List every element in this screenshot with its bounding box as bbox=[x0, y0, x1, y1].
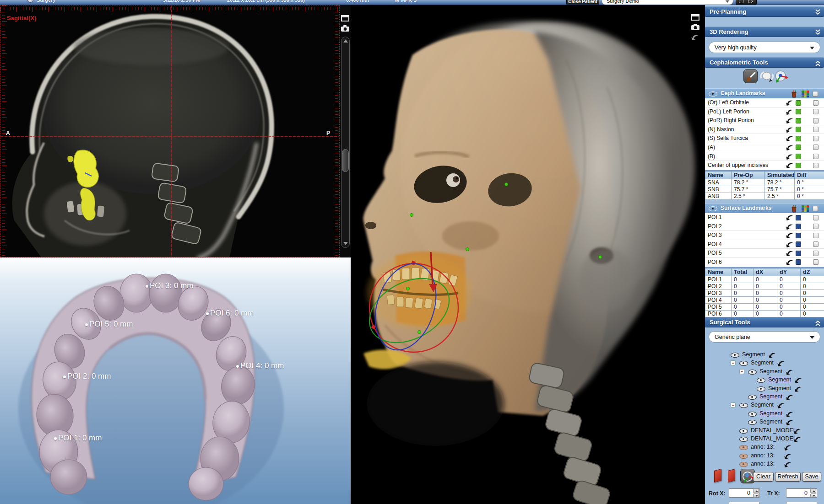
goto-landmark-icon[interactable] bbox=[795, 386, 802, 392]
save-button[interactable]: Save bbox=[802, 472, 821, 482]
landmark-row[interactable]: (PoR) Right Porion bbox=[705, 116, 824, 125]
landmark-row[interactable]: POI 6 bbox=[705, 258, 824, 267]
chevron-double-down-icon[interactable] bbox=[815, 9, 820, 15]
chevron-double-down-icon[interactable] bbox=[815, 29, 820, 35]
visibility-eye-icon[interactable] bbox=[748, 412, 757, 417]
landmark-color-swatch[interactable] bbox=[796, 145, 801, 150]
goto-landmark-icon[interactable] bbox=[769, 353, 776, 358]
tree-item-segment[interactable]: DENTAL_MODEL bbox=[705, 427, 824, 435]
close-patient-button[interactable]: Close Patient bbox=[566, 0, 599, 5]
section-pre-planning[interactable]: Pre-Planning bbox=[705, 6, 824, 17]
trash-icon[interactable] bbox=[790, 90, 798, 98]
landmark-row[interactable]: (S) Sella Turcica bbox=[705, 134, 824, 143]
goto-landmark-icon[interactable] bbox=[786, 118, 793, 123]
landmark-color-swatch[interactable] bbox=[796, 233, 801, 238]
ceph-landmarks-header[interactable]: Ceph Landmarks bbox=[705, 88, 824, 98]
goto-landmark-icon[interactable] bbox=[794, 429, 801, 434]
visibility-eye-icon[interactable] bbox=[739, 403, 748, 408]
landmark-checkbox[interactable] bbox=[813, 109, 819, 114]
move-axis-tool-icon[interactable] bbox=[775, 70, 788, 83]
goto-landmark-icon[interactable] bbox=[786, 395, 793, 400]
tree-item-segment[interactable]: DENTAL_MODEL bbox=[705, 435, 824, 443]
surface-landmarks-header[interactable]: Surface Landmarks bbox=[705, 203, 824, 213]
select-all-checkbox[interactable] bbox=[813, 91, 818, 97]
landmark-row[interactable]: POI 5 bbox=[705, 249, 824, 258]
visibility-eye-icon[interactable] bbox=[739, 462, 748, 467]
landmark-row[interactable]: Center of upper incisives bbox=[705, 161, 824, 170]
poi-annotation[interactable]: POI 2: 0 mm bbox=[63, 372, 111, 381]
tree-item-segment[interactable]: Segment bbox=[705, 368, 824, 376]
goto-landmark-icon[interactable] bbox=[786, 242, 793, 247]
landmark-row[interactable]: (N) Nasion bbox=[705, 125, 824, 134]
rot-y-input-partial[interactable] bbox=[729, 502, 760, 504]
cut-plane-flag-icon-2[interactable] bbox=[728, 469, 735, 483]
landmark-color-swatch[interactable] bbox=[796, 215, 801, 220]
goto-landmark-icon[interactable] bbox=[786, 100, 793, 106]
landmark-row[interactable]: (B) bbox=[705, 152, 824, 161]
visibility-eye-icon[interactable] bbox=[739, 445, 748, 450]
tr-x-stepper[interactable] bbox=[810, 489, 816, 497]
render-3d-view[interactable] bbox=[351, 5, 705, 504]
tree-item-segment[interactable]: Segment bbox=[705, 359, 824, 367]
goto-landmark-icon[interactable] bbox=[784, 445, 791, 450]
section-cephalometric-tools[interactable]: Cephalometric Tools bbox=[705, 57, 824, 68]
goto-landmark-icon[interactable] bbox=[777, 361, 785, 366]
goto-landmark-icon[interactable] bbox=[786, 412, 793, 417]
section-surgical-tools[interactable]: Surgical Tools bbox=[705, 317, 824, 327]
tr-x-input[interactable]: 0 bbox=[786, 488, 817, 498]
visibility-eye-icon[interactable] bbox=[757, 378, 765, 383]
landmark-color-swatch[interactable] bbox=[796, 136, 801, 141]
cut-plane-flag-icon[interactable] bbox=[714, 469, 721, 483]
clear-button[interactable]: Clear bbox=[753, 472, 774, 482]
render-quality-dropdown[interactable]: Very high quality bbox=[709, 42, 820, 53]
landmark-color-swatch[interactable] bbox=[796, 259, 801, 265]
window-layout-icon[interactable] bbox=[341, 15, 349, 21]
chevron-double-up-icon[interactable] bbox=[815, 60, 820, 67]
tr-y-input-partial[interactable] bbox=[786, 502, 817, 504]
tree-item-annotation[interactable]: anno: 13: bbox=[705, 460, 824, 468]
camera-icon[interactable] bbox=[691, 24, 699, 30]
poi-annotation[interactable]: POI 6: 0 mm bbox=[206, 309, 254, 318]
goto-landmark-icon[interactable] bbox=[786, 154, 793, 160]
landmark-checkbox[interactable] bbox=[813, 233, 819, 238]
landmark-checkbox[interactable] bbox=[813, 224, 819, 229]
visibility-eye-icon[interactable] bbox=[748, 370, 757, 375]
goto-landmark-icon[interactable] bbox=[786, 163, 793, 168]
landmark-row[interactable]: POI 2 bbox=[705, 222, 824, 231]
landmark-color-swatch[interactable] bbox=[796, 109, 801, 114]
landmark-checkbox[interactable] bbox=[813, 259, 819, 265]
tree-item-annotation[interactable]: anno: 13: bbox=[705, 452, 824, 460]
scroll-up-icon[interactable] bbox=[343, 39, 348, 43]
camera-icon[interactable] bbox=[341, 25, 349, 32]
landmark-color-swatch[interactable] bbox=[796, 118, 801, 123]
landmark-row[interactable]: (PoL) Left Porion bbox=[705, 107, 824, 117]
section-3d-rendering[interactable]: 3D Rendering bbox=[705, 27, 824, 37]
goto-landmark-icon[interactable] bbox=[786, 233, 793, 238]
goto-landmark-icon[interactable] bbox=[784, 462, 791, 467]
goto-landmark-icon[interactable] bbox=[786, 215, 793, 220]
visibility-eye-icon[interactable] bbox=[739, 361, 748, 366]
poi-annotation[interactable]: POI 5: 0 mm bbox=[85, 320, 133, 329]
goto-landmark-icon[interactable] bbox=[795, 378, 802, 383]
landmark-color-swatch[interactable] bbox=[796, 241, 801, 247]
landmark-checkbox[interactable] bbox=[813, 127, 819, 132]
cut-plane-dropdown[interactable]: Generic plane bbox=[709, 331, 820, 343]
landmark-row[interactable]: (A) bbox=[705, 143, 824, 152]
window-layout-icon[interactable] bbox=[691, 14, 699, 21]
goto-landmark-icon[interactable] bbox=[786, 109, 793, 115]
visibility-eye-icon[interactable] bbox=[709, 206, 717, 211]
landmark-row[interactable]: POI 1 bbox=[705, 213, 824, 222]
landmark-color-swatch[interactable] bbox=[796, 251, 801, 256]
chevron-double-up-icon[interactable] bbox=[815, 320, 820, 327]
scroll-down-icon[interactable] bbox=[343, 242, 348, 245]
tree-item-segment[interactable]: Segment bbox=[705, 410, 824, 418]
poi-annotation[interactable]: POI 4: 0 mm bbox=[236, 361, 284, 370]
landmark-color-swatch[interactable] bbox=[796, 154, 801, 159]
landmark-brush-tool-button[interactable] bbox=[743, 69, 758, 83]
landmark-color-swatch[interactable] bbox=[796, 163, 801, 168]
refresh-button[interactable]: Refresh bbox=[775, 472, 801, 482]
tree-item-segment[interactable]: Segment bbox=[705, 376, 824, 384]
scrollbar-thumb[interactable] bbox=[342, 149, 349, 172]
goto-landmark-icon[interactable] bbox=[786, 224, 793, 230]
tree-collapse-icon[interactable] bbox=[739, 369, 744, 374]
